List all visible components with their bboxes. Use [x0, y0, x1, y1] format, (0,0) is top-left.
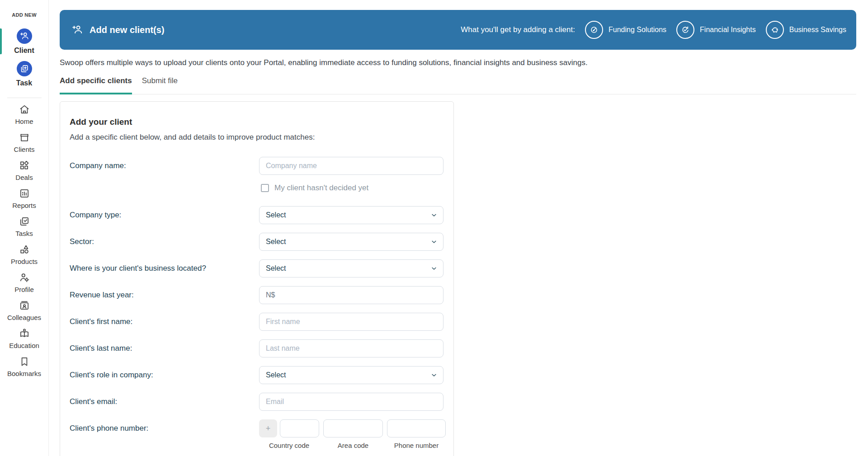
benefit-label: Funding Solutions	[609, 26, 666, 34]
form-row-revenue: Revenue last year: N$	[70, 286, 443, 304]
quick-action-label: Task	[16, 79, 32, 87]
sidebar-divider	[7, 98, 42, 98]
add-task-button[interactable]	[17, 61, 32, 76]
benefit-label: Business Savings	[789, 26, 846, 34]
sidebar-item-label: Bookmarks	[7, 370, 41, 377]
form-row-last-name: Client's last name:	[70, 339, 443, 357]
revenue-field[interactable]: N$	[259, 286, 443, 304]
country-code-group: + Country code	[259, 419, 319, 449]
piggy-bank-icon	[766, 21, 784, 39]
sidebar-item-label: Education	[9, 342, 39, 349]
form-row-company-type: Company type: Select	[70, 206, 443, 224]
quick-action-label: Client	[14, 47, 34, 55]
sidebar-item-tasks[interactable]: Tasks	[7, 216, 41, 237]
task-check-icon	[19, 216, 30, 227]
email-label: Client's email:	[70, 397, 259, 406]
sidebar-item-label: Clients	[14, 146, 35, 153]
area-code-group: Area code	[323, 419, 383, 449]
chevron-down-icon	[430, 238, 438, 245]
sidebar-item-colleagues[interactable]: Colleagues	[7, 300, 41, 321]
sidebar-item-home[interactable]: Home	[7, 103, 41, 125]
form-row-undecided: My client hasn't decided yet	[261, 183, 443, 193]
location-label: Where is your client's business located?	[70, 264, 259, 273]
revenue-input[interactable]	[278, 287, 437, 304]
form-row-phone: Client's phone number: + Country code Ar…	[70, 419, 443, 449]
benefit-funding-solutions: Funding Solutions	[585, 21, 666, 39]
quick-action-client[interactable]: Client	[0, 28, 48, 55]
sidebar-item-label: Reports	[12, 202, 36, 209]
storefront-icon	[19, 132, 30, 143]
phone-label: Client's phone number:	[70, 419, 259, 437]
add-new-heading: ADD NEW	[12, 12, 37, 18]
phone-number-label: Phone number	[394, 442, 439, 449]
last-name-input[interactable]	[259, 339, 443, 357]
phone-number-input[interactable]	[387, 419, 446, 437]
benefit-business-savings: Business Savings	[766, 21, 846, 39]
tab-submit-file[interactable]: Submit file	[142, 76, 178, 94]
last-name-label: Client's last name:	[70, 344, 259, 353]
task-add-icon	[19, 64, 29, 74]
sidebar-item-bookmarks[interactable]: Bookmarks	[7, 356, 41, 377]
banner-title-text: Add new client(s)	[90, 25, 165, 35]
sidebar-item-label: Home	[15, 118, 33, 125]
tab-bar: Add specific clients Submit file	[60, 76, 856, 94]
email-input[interactable]	[259, 393, 443, 411]
form-row-first-name: Client's first name:	[70, 313, 443, 331]
benefit-label: Financial Insights	[700, 26, 756, 34]
undecided-checkbox[interactable]	[261, 184, 269, 192]
bookmark-icon	[19, 356, 30, 367]
form-row-email: Client's email:	[70, 393, 443, 411]
sidebar-item-education[interactable]: Education	[7, 328, 41, 349]
sidebar: ADD NEW Client Task Home	[0, 0, 49, 456]
select-value: Select	[266, 211, 286, 219]
select-value: Select	[266, 238, 286, 246]
add-client-banner: Add new client(s) What you'll get by add…	[60, 10, 856, 50]
sector-select[interactable]: Select	[259, 233, 443, 251]
undecided-checkbox-label: My client hasn't decided yet	[274, 183, 368, 193]
tab-add-specific-clients[interactable]: Add specific clients	[60, 76, 132, 94]
company-type-label: Company type:	[70, 211, 259, 220]
sidebar-item-label: Deals	[15, 174, 33, 181]
company-name-label: Company name:	[70, 161, 259, 170]
chevron-down-icon	[430, 371, 438, 379]
company-name-input[interactable]	[259, 157, 443, 175]
add-client-form-card: Add your client Add a specific client be…	[60, 101, 454, 456]
sidebar-item-reports[interactable]: Reports	[7, 188, 41, 209]
sidebar-item-products[interactable]: Products	[7, 244, 41, 265]
sync-check-icon	[676, 21, 694, 39]
sidebar-item-clients[interactable]: Clients	[7, 132, 41, 153]
role-select[interactable]: Select	[259, 366, 443, 384]
revenue-label: Revenue last year:	[70, 291, 259, 300]
form-row-location: Where is your client's business located?…	[70, 259, 443, 277]
sidebar-item-label: Products	[11, 258, 38, 265]
chevron-down-icon	[430, 265, 438, 272]
sidebar-item-label: Profile	[14, 286, 34, 293]
active-indicator-bar	[0, 28, 2, 54]
person-gear-icon	[19, 272, 30, 283]
form-title: Add your client	[70, 117, 443, 127]
phone-number-group: Phone number	[387, 419, 446, 449]
form-row-sector: Sector: Select	[70, 233, 443, 251]
form-subtitle: Add a specific client below, and add det…	[70, 133, 443, 142]
sidebar-item-deals[interactable]: Deals	[7, 160, 41, 181]
chevron-down-icon	[430, 212, 438, 219]
first-name-label: Client's first name:	[70, 317, 259, 326]
company-type-select[interactable]: Select	[259, 206, 443, 224]
book-person-icon	[19, 328, 30, 339]
area-code-input[interactable]	[323, 419, 383, 437]
country-code-label: Country code	[269, 442, 309, 449]
select-value: Select	[266, 264, 286, 273]
select-value: Select	[266, 371, 286, 379]
quick-action-task[interactable]: Task	[0, 61, 48, 87]
gauge-icon	[585, 21, 603, 39]
person-add-icon	[71, 24, 83, 36]
phone-fields: + Country code Area code Phone number	[259, 419, 446, 449]
first-name-input[interactable]	[259, 313, 443, 331]
country-code-input[interactable]	[280, 419, 319, 437]
location-select[interactable]: Select	[259, 259, 443, 277]
sidebar-item-profile[interactable]: Profile	[7, 272, 41, 293]
add-client-button[interactable]	[17, 28, 32, 44]
plus-prefix: +	[259, 419, 277, 437]
banner-title: Add new client(s)	[71, 24, 165, 36]
form-row-company-name: Company name:	[70, 157, 443, 175]
